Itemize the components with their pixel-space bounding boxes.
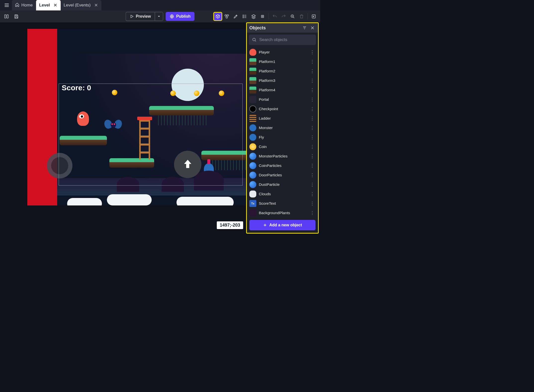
preview-label: Preview [136,14,151,19]
object-row-coinparticles[interactable]: CoinParticles⋮ [247,161,318,170]
object-row-platform4[interactable]: Platform4⋮ [247,85,318,95]
delete-button[interactable] [298,12,306,20]
coin-sprite[interactable] [170,91,176,96]
object-label: Fly [259,135,307,140]
object-more-button[interactable]: ⋮ [309,172,315,178]
preview-button[interactable]: Preview [126,12,155,21]
object-row-fly[interactable]: Fly⋮ [247,133,318,142]
panels-toggle-button[interactable] [2,12,10,20]
save-button[interactable] [12,12,20,20]
object-row-checkpoint[interactable]: Checkpoint⋮ [247,104,318,114]
object-more-button[interactable]: ⋮ [309,210,315,216]
object-row-doorparticles[interactable]: DoorParticles⋮ [247,170,318,180]
tab-home[interactable]: Home [12,0,36,10]
grid-toggle-button[interactable] [259,12,267,20]
object-more-button[interactable]: ⋮ [309,153,315,159]
home-icon [15,2,19,8]
object-row-platform3[interactable]: Platform3⋮ [247,76,318,85]
main-menu-button[interactable] [1,0,12,10]
object-row-clouds[interactable]: Clouds⋮ [247,189,318,199]
zoom-button[interactable] [289,12,297,20]
publish-label: Publish [176,14,191,19]
coin-sprite[interactable] [112,90,117,95]
object-more-button[interactable]: ⋮ [309,68,315,74]
object-label: Checkpoint [259,107,307,111]
objects-list[interactable]: Player⋮Platform1⋮Platform2⋮Platform3⋮Pla… [247,47,318,217]
object-more-button[interactable]: ⋮ [309,163,315,168]
filter-icon[interactable] [302,25,308,31]
object-more-button[interactable]: ⋮ [309,49,315,55]
object-row-backgroundplants[interactable]: BackgroundPlants⋮ [247,208,318,217]
object-more-button[interactable]: ⋮ [309,182,315,187]
preview-dropdown[interactable] [155,12,163,21]
divider [268,13,269,20]
object-row-scoretext[interactable]: TxScoreText⋮ [247,199,318,208]
jump-button[interactable] [174,151,201,178]
object-label: Platform2 [259,69,307,73]
search-icon [252,37,257,42]
object-groups-button[interactable] [223,12,231,20]
object-more-button[interactable]: ⋮ [309,125,315,131]
object-more-button[interactable]: ⋮ [309,106,315,112]
object-more-button[interactable]: ⋮ [309,78,315,83]
object-more-button[interactable]: ⋮ [309,59,315,64]
platform-sprite[interactable] [60,136,107,145]
close-icon[interactable]: ✕ [53,2,57,8]
object-label: DustParticle [259,182,307,187]
coin-sprite[interactable] [194,91,199,96]
coin-sprite[interactable] [219,91,224,96]
fly-sprite[interactable] [104,120,122,130]
object-thumbnail [249,68,256,75]
search-objects-field[interactable] [259,37,313,42]
tab-level[interactable]: Level ✕ [36,0,60,10]
object-label: CoinParticles [259,163,307,168]
layers-button[interactable] [250,12,258,20]
object-row-portal[interactable]: Portal⋮ [247,95,318,104]
object-more-button[interactable]: ⋮ [309,87,315,93]
publish-button[interactable]: Publish [166,12,195,21]
objects-panel-toggle[interactable] [214,12,222,20]
close-icon[interactable]: ✕ [94,2,98,8]
object-row-platform2[interactable]: Platform2⋮ [247,66,318,76]
undo-button[interactable] [271,12,279,20]
object-row-coin[interactable]: Coin⋮ [247,142,318,151]
close-panel-button[interactable] [310,25,315,31]
player-sprite[interactable] [77,111,89,126]
platform-sprite[interactable] [109,158,154,168]
object-row-monsterparticles[interactable]: MonsterParticles⋮ [247,151,318,161]
ladder-sprite[interactable] [139,120,150,159]
object-row-dustparticle[interactable]: DustParticle⋮ [247,180,318,189]
object-thumbnail [249,153,256,160]
object-row-player[interactable]: Player⋮ [247,48,318,57]
divider [308,13,308,20]
object-row-platform1[interactable]: Platform1⋮ [247,57,318,66]
edit-tool-button[interactable] [232,12,240,20]
tab-level-events[interactable]: Level (Events) ✕ [61,0,101,10]
object-more-button[interactable]: ⋮ [309,144,315,149]
score-text[interactable]: Score: 0 [62,84,91,92]
object-more-button[interactable]: ⋮ [309,135,315,140]
object-thumbnail [249,105,256,112]
platform-sprite[interactable] [149,106,214,115]
redo-button[interactable] [280,12,288,20]
object-row-monster[interactable]: Monster⋮ [247,123,318,133]
object-thumbnail [249,49,256,56]
object-more-button[interactable]: ⋮ [309,116,315,121]
joystick-control[interactable] [45,151,75,181]
search-objects-input[interactable] [249,35,316,45]
object-more-button[interactable]: ⋮ [309,191,315,197]
object-more-button[interactable]: ⋮ [309,97,315,102]
objects-panel-header: Objects [247,23,318,33]
settings-button[interactable] [310,12,318,20]
object-row-ladder[interactable]: Ladder⋮ [247,114,318,123]
tab-home-label: Home [21,3,33,8]
object-thumbnail [249,191,256,197]
add-new-object-label: Add a new object [269,223,302,227]
instances-list-button[interactable] [241,12,249,20]
toolbar: Preview Publish [0,10,320,22]
scene-editor[interactable]: Score: 0 1497;-203 Objects Player⋮Platfo… [0,22,320,235]
svg-rect-0 [5,15,6,18]
object-more-button[interactable]: ⋮ [309,201,315,206]
add-new-object-button[interactable]: Add a new object [249,220,315,230]
game-canvas[interactable]: Score: 0 [27,29,256,205]
